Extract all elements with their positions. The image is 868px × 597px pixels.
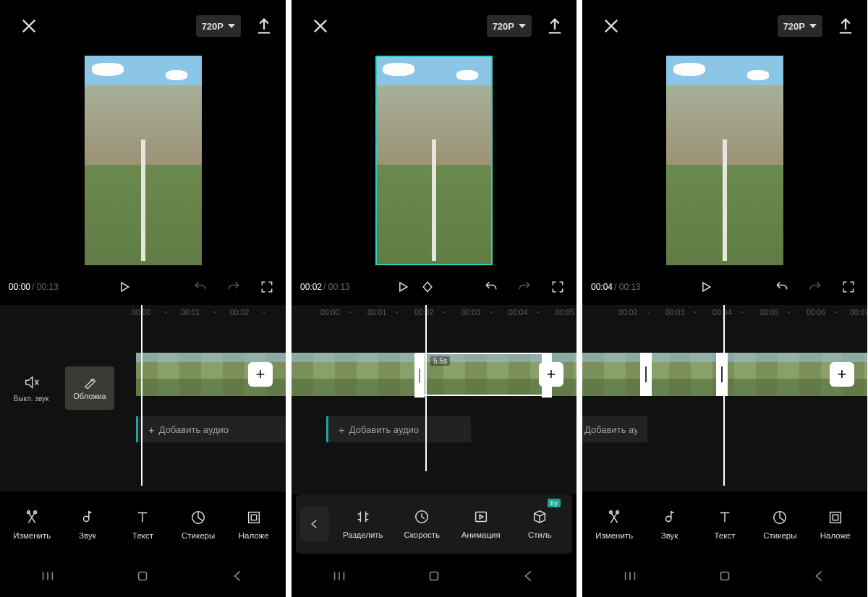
undo-icon[interactable] xyxy=(481,277,501,297)
resolution-dropdown[interactable]: 720P xyxy=(778,15,822,37)
tool-overlay[interactable]: Наложе xyxy=(232,510,276,540)
svg-rect-9 xyxy=(833,515,838,520)
export-icon[interactable] xyxy=(835,16,856,36)
preview-area[interactable] xyxy=(582,52,867,269)
nav-recents[interactable] xyxy=(622,568,638,587)
add-clip-button[interactable]: + xyxy=(830,362,854,387)
tool-split[interactable]: Разделить xyxy=(335,509,391,539)
chevron-down-icon xyxy=(228,24,235,28)
svg-rect-10 xyxy=(720,572,728,580)
tool-stickers[interactable]: Стикеры xyxy=(758,510,801,540)
bottom-toolbar: Изменить Звук Текст Стикеры Наложе xyxy=(582,491,867,558)
svg-rect-6 xyxy=(430,572,438,580)
nav-recents[interactable] xyxy=(40,568,56,587)
toolbar-back[interactable] xyxy=(300,507,329,541)
add-audio-button[interactable]: +Добавить аудио xyxy=(136,416,286,442)
bottom-toolbar: Изменить Звук Текст Стикеры Наложе xyxy=(0,491,286,558)
tool-edit[interactable]: Изменить xyxy=(10,510,54,540)
clip-toolbar: Разделить Скорость Анимация Стиль try xyxy=(296,494,572,554)
nav-home[interactable] xyxy=(426,568,442,587)
ruler: 00:00 00:01 00:02 xyxy=(0,305,286,321)
tool-stickers[interactable]: Стикеры xyxy=(176,510,220,540)
add-clip-button[interactable]: + xyxy=(248,362,273,387)
tool-style[interactable]: Стиль xyxy=(512,509,569,539)
export-icon[interactable] xyxy=(254,16,274,36)
redo-icon[interactable] xyxy=(514,277,535,297)
export-icon[interactable] xyxy=(545,16,565,36)
topbar: 720P xyxy=(582,0,867,52)
timeline[interactable]: 00:00 00:01 00:02 Выкл. звук Обложка + xyxy=(0,305,286,491)
playhead[interactable] xyxy=(425,305,427,471)
undo-icon[interactable] xyxy=(190,277,210,297)
preview-thumbnail xyxy=(375,56,493,265)
ruler: 00:02 00:03 00:04 00:05 00:06 00:07 xyxy=(582,305,867,321)
ruler: 00:00 00:01 00:02 00:03 00:04 00:05 xyxy=(292,305,576,321)
resolution-dropdown[interactable]: 720P xyxy=(487,15,532,37)
resolution-dropdown[interactable]: 720P xyxy=(196,15,241,37)
keyframe-icon[interactable] xyxy=(417,277,438,297)
timeline[interactable]: 00:00 00:01 00:02 00:03 00:04 00:05 5.5s… xyxy=(292,305,576,494)
svg-rect-3 xyxy=(139,572,147,580)
tool-sound[interactable]: Звук xyxy=(648,510,692,540)
add-audio-button[interactable]: +Добавить аудио xyxy=(326,416,471,442)
current-time: 00:04 xyxy=(591,282,613,292)
try-badge: try xyxy=(548,499,561,507)
tool-speed[interactable]: Скорость xyxy=(394,509,451,539)
nav-home[interactable] xyxy=(717,568,733,587)
transport-bar: 00:00 / 00:13 xyxy=(0,269,286,305)
fullscreen-icon[interactable] xyxy=(838,277,859,297)
transport-bar: 00:02 / 00:13 xyxy=(292,269,576,305)
nav-back[interactable] xyxy=(521,568,537,587)
play-button[interactable] xyxy=(114,277,135,297)
nav-home[interactable] xyxy=(135,568,150,587)
nav-bar xyxy=(0,558,286,597)
tool-text[interactable]: Текст xyxy=(703,510,746,540)
tool-sound[interactable]: Звук xyxy=(66,510,109,540)
preview-thumbnail xyxy=(85,56,202,265)
nav-recents[interactable] xyxy=(331,568,347,587)
nav-back[interactable] xyxy=(812,568,827,587)
redo-icon[interactable] xyxy=(224,277,244,297)
add-clip-button[interactable]: + xyxy=(539,362,563,387)
playhead[interactable] xyxy=(141,305,142,486)
screen-1: 720P 00:00 / 00:13 00:00 00:01 00:0 xyxy=(0,0,286,597)
resolution-label: 720P xyxy=(202,21,224,32)
cut-marker[interactable] xyxy=(716,353,728,396)
current-time: 00:02 xyxy=(300,282,322,292)
svg-rect-8 xyxy=(830,512,841,523)
svg-rect-2 xyxy=(251,515,256,520)
undo-icon[interactable] xyxy=(772,277,792,297)
screen-3: 720P 00:04 / 00:13 00:02 00:03 00:04 00:… xyxy=(582,0,867,597)
cut-marker[interactable] xyxy=(640,353,652,396)
preview-area[interactable] xyxy=(0,52,286,269)
transport-bar: 00:04 / 00:13 xyxy=(582,269,867,305)
clip-duration: 5.5s xyxy=(430,356,450,366)
tool-animation[interactable]: Анимация xyxy=(453,509,509,539)
preview-area[interactable] xyxy=(292,52,576,269)
fullscreen-icon[interactable] xyxy=(548,277,568,297)
close-icon[interactable] xyxy=(310,16,331,36)
close-icon[interactable] xyxy=(19,16,39,36)
timeline[interactable]: 00:02 00:03 00:04 00:05 00:06 00:07 + До… xyxy=(582,305,867,491)
tool-overlay[interactable]: Наложе xyxy=(814,510,857,540)
svg-rect-5 xyxy=(475,512,486,522)
topbar: 720P xyxy=(292,0,576,52)
tool-text[interactable]: Текст xyxy=(121,510,164,540)
selected-clip[interactable]: 5.5s xyxy=(414,353,552,396)
svg-rect-1 xyxy=(248,512,259,523)
redo-icon[interactable] xyxy=(805,277,825,297)
screen-2: 720P 00:02 / 00:13 00:00 00:01 00:02 00:… xyxy=(292,0,576,597)
trim-handle-left[interactable] xyxy=(414,354,425,398)
play-button[interactable] xyxy=(696,277,716,297)
nav-back[interactable] xyxy=(230,568,246,587)
fullscreen-icon[interactable] xyxy=(257,277,277,297)
topbar: 720P xyxy=(0,0,286,52)
total-time: / 00:13 xyxy=(32,282,59,292)
tool-edit[interactable]: Изменить xyxy=(592,510,636,540)
play-button[interactable] xyxy=(393,277,413,297)
nav-bar xyxy=(582,558,867,597)
playhead[interactable] xyxy=(723,305,725,486)
close-icon[interactable] xyxy=(601,16,621,36)
add-audio-button[interactable]: Добавить аудио xyxy=(582,416,647,442)
current-time: 00:00 xyxy=(9,282,30,292)
